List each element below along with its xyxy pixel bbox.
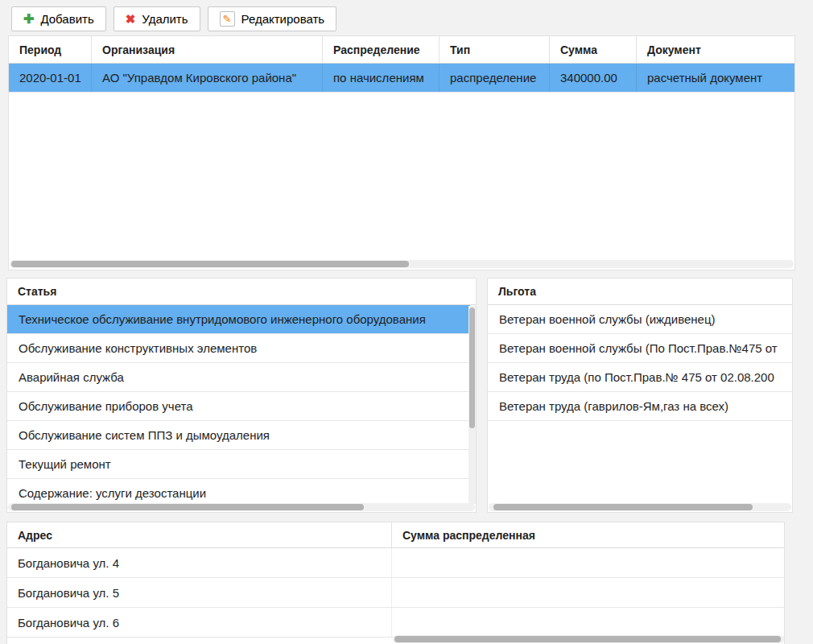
- table-row[interactable]: Богдановича ул. 5: [7, 578, 784, 608]
- scrollbar-thumb[interactable]: [394, 636, 781, 642]
- column-header-period: Период: [9, 36, 92, 63]
- column-header-type: Тип: [440, 36, 550, 63]
- benefit-label: Ветеран военной службы (По Пост.Прав.№47…: [499, 341, 778, 355]
- addresses-header-row: Адрес Сумма распределенная: [7, 522, 784, 548]
- distributions-panel: Период Организация Распределение Тип Сум…: [8, 35, 795, 270]
- cell-organization: АО "Управдом Кировского района": [92, 64, 323, 92]
- scrollbar-thumb[interactable]: [493, 504, 753, 510]
- column-header-sum: Сумма: [550, 36, 637, 63]
- edit-button-label: Редактировать: [241, 12, 325, 26]
- cell-address: Богдановича ул. 6: [7, 608, 392, 637]
- column-header-benefit: Льгота: [488, 279, 547, 304]
- benefits-panel: Льгота Ветеран военной службы (иждивенец…: [487, 278, 793, 513]
- cell-type: распределение: [440, 64, 550, 92]
- cell-sum: 340000.00: [550, 64, 637, 92]
- scrollbar-thumb[interactable]: [11, 261, 409, 267]
- vertical-scrollbar[interactable]: [468, 306, 476, 504]
- article-label: Обслуживание систем ППЗ и дымоудаления: [19, 428, 270, 442]
- article-label: Текущий ремонт: [19, 457, 111, 471]
- column-header-distributed-sum: Сумма распределенная: [392, 522, 784, 547]
- horizontal-scrollbar[interactable]: [393, 635, 784, 643]
- horizontal-scrollbar[interactable]: [489, 503, 791, 511]
- edit-button[interactable]: ✎ Редактировать: [208, 6, 337, 31]
- column-header-organization: Организация: [92, 36, 323, 63]
- articles-panel: Статья Техническое обслуживание внутридо…: [6, 278, 477, 513]
- addresses-panel: Адрес Сумма распределенная Богдановича у…: [6, 522, 785, 644]
- table-row[interactable]: Богдановича ул. 4: [7, 548, 784, 578]
- scrollbar-thumb[interactable]: [11, 504, 364, 510]
- list-item[interactable]: Аварийная служба: [7, 363, 470, 392]
- list-item[interactable]: Ветеран военной службы (иждивенец): [488, 305, 792, 334]
- cell-distributed-sum: [392, 578, 784, 607]
- benefit-label: Ветеран труда (гаврилов-Ям,газ на всех): [499, 399, 728, 413]
- add-button[interactable]: ✚ Добавить: [11, 6, 106, 31]
- add-button-label: Добавить: [40, 12, 93, 26]
- list-item[interactable]: Обслуживание систем ППЗ и дымоудаления: [7, 421, 470, 450]
- articles-header-row: Статья: [7, 279, 476, 305]
- list-item[interactable]: Ветеран военной службы (По Пост.Прав.№47…: [488, 334, 792, 363]
- cell-distribution: по начислениям: [323, 64, 440, 92]
- benefits-header-row: Льгота: [488, 279, 792, 305]
- scrollbar-thumb[interactable]: [469, 308, 475, 428]
- benefit-label: Ветеран военной службы (иждивенец): [499, 312, 716, 326]
- column-header-document: Документ: [637, 36, 794, 63]
- table-row[interactable]: 2020-01-01 АО "Управдом Кировского район…: [9, 64, 794, 93]
- column-header-article: Статья: [7, 279, 67, 304]
- horizontal-scrollbar[interactable]: [8, 503, 475, 511]
- column-header-address: Адрес: [7, 522, 392, 547]
- article-label: Техническое обслуживание внутридомового …: [19, 312, 426, 326]
- article-label: Обслуживание конструктивных элементов: [19, 341, 257, 355]
- article-label: Содержание: услуги дезостанции: [19, 486, 206, 500]
- cross-icon: ✖: [126, 13, 136, 25]
- delete-button[interactable]: ✖ Удалить: [113, 6, 200, 31]
- cell-distributed-sum: [392, 608, 784, 637]
- list-item[interactable]: Обслуживание приборов учета: [7, 392, 470, 421]
- delete-button-label: Удалить: [142, 12, 188, 26]
- cell-address: Богдановича ул. 4: [7, 548, 392, 577]
- list-item[interactable]: Ветеран труда (по Пост.Прав.№ 475 от 02.…: [488, 363, 792, 392]
- article-label: Обслуживание приборов учета: [19, 399, 193, 413]
- benefit-label: Ветеран труда (по Пост.Прав.№ 475 от 02.…: [499, 370, 774, 384]
- list-item[interactable]: Техническое обслуживание внутридомового …: [7, 305, 470, 334]
- horizontal-scrollbar[interactable]: [10, 260, 794, 268]
- distributions-header-row: Период Организация Распределение Тип Сум…: [9, 36, 794, 64]
- plus-icon: ✚: [23, 13, 34, 26]
- article-label: Аварийная служба: [19, 370, 124, 384]
- table-row[interactable]: Богдановича ул. 6: [7, 608, 784, 638]
- cell-document: расчетный документ: [637, 64, 794, 92]
- list-item[interactable]: Ветеран труда (гаврилов-Ям,газ на всех): [488, 392, 792, 421]
- toolbar: ✚ Добавить ✖ Удалить ✎ Редактировать: [11, 6, 336, 31]
- pencil-icon: ✎: [220, 11, 235, 27]
- column-header-distribution: Распределение: [323, 36, 440, 63]
- list-item[interactable]: Текущий ремонт: [7, 450, 470, 479]
- list-item[interactable]: Обслуживание конструктивных элементов: [7, 334, 470, 363]
- cell-distributed-sum: [392, 548, 784, 577]
- cell-address: Богдановича ул. 5: [7, 578, 392, 607]
- cell-period: 2020-01-01: [9, 64, 92, 92]
